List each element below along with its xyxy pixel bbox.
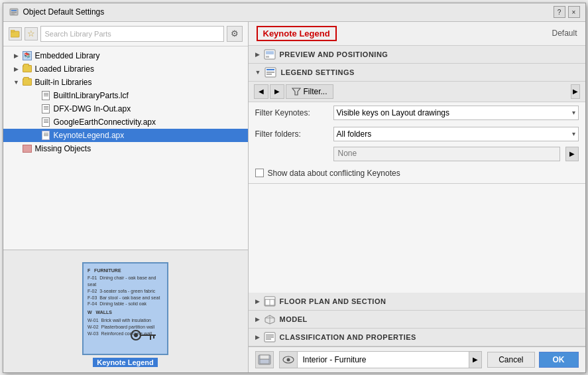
footer-selector: Interior - Furniture ▶	[279, 351, 483, 368]
search-input[interactable]: Search Library Parts	[40, 26, 224, 42]
svg-marker-18	[292, 88, 300, 95]
dfx-dwg-icon	[40, 104, 51, 114]
builtin-parts-icon	[40, 90, 51, 101]
model-section-title: MODEL	[280, 315, 308, 323]
folder-open-icon[interactable]	[9, 27, 22, 40]
no-arrow-1	[31, 92, 39, 100]
model-section-icon	[264, 314, 276, 325]
cancel-button[interactable]: Cancel	[487, 352, 534, 368]
svg-rect-26	[266, 335, 274, 336]
embedded-library-icon: 📚	[22, 50, 32, 61]
tree-item-builtin-parts[interactable]: BuiltInLibraryParts.lcf	[3, 89, 248, 102]
dialog-title: Object Default Settings	[23, 7, 554, 17]
footer-selector-field[interactable]: Interior - Furniture	[298, 351, 469, 368]
dialog: Object Default Settings ? × ☆ Sear	[3, 3, 586, 373]
svg-point-10	[134, 333, 138, 337]
eye-icon-button[interactable]	[279, 351, 298, 368]
close-button[interactable]: ×	[568, 6, 580, 18]
classification-section-icon	[264, 332, 276, 342]
star-icon[interactable]: ☆	[25, 27, 38, 40]
tree-item-loaded[interactable]: ▶ Loaded Libraries	[3, 62, 248, 76]
none-value: None	[338, 149, 357, 158]
svg-rect-17	[266, 74, 272, 75]
legend-section-icon	[265, 67, 276, 78]
svg-rect-27	[266, 337, 274, 338]
section-legend: ▼ LEGEND SETTINGS	[249, 64, 585, 184]
filter-expand-button[interactable]: ▶	[571, 84, 580, 99]
section-classification-header[interactable]: ▶ CLASSIFICATION AND PROPERTIES	[249, 329, 585, 346]
preview-label: Keynote Legend	[93, 358, 158, 367]
tree-container: ▶ 📚 Embedded Library ▶ Loaded Libraries	[3, 46, 248, 250]
model-arrow-icon: ▶	[255, 316, 260, 323]
tree-item-google[interactable]: GoogleEarthConnectivity.apx	[3, 115, 248, 129]
ok-button[interactable]: OK	[539, 352, 579, 368]
filter-right-button[interactable]: ▶	[270, 84, 284, 99]
svg-rect-30	[260, 359, 269, 364]
svg-rect-15	[266, 69, 274, 70]
filter-keynotes-row: Filter Keynotes: Visible keys on Layout …	[249, 102, 585, 123]
preview-arrow-icon: ▶	[255, 51, 260, 58]
filter-keynotes-select[interactable]: Visible keys on Layout drawings ▾	[333, 106, 579, 120]
tree-item-dfx-dwg[interactable]: DFX-DWG In-Out.apx	[3, 102, 248, 115]
checkbox-row: Show data about conflicting Keynotes	[249, 163, 585, 183]
footer-buttons: Cancel OK	[487, 352, 578, 368]
filter-folders-select[interactable]: All folders ▾	[333, 127, 579, 141]
tree-item-builtin[interactable]: ▼ Built-in Libraries	[3, 76, 248, 89]
right-title: Keynote Legend	[257, 26, 337, 41]
classification-section-title: CLASSIFICATION AND PROPERTIES	[280, 333, 416, 341]
dfx-dwg-label: DFX-DWG In-Out.apx	[54, 104, 131, 113]
right-header: Keynote Legend Default	[249, 22, 585, 46]
section-model: ▶ MODEL	[249, 311, 585, 329]
tree-arrow-embedded: ▶	[13, 52, 21, 60]
tree-item-embedded[interactable]: ▶ 📚 Embedded Library	[3, 49, 248, 62]
none-input: None	[333, 147, 560, 161]
svg-rect-2	[11, 12, 17, 13]
no-arrow-4	[31, 131, 39, 139]
section-model-header[interactable]: ▶ MODEL	[249, 311, 585, 328]
filter-keynotes-value: Visible keys on Layout drawings	[337, 108, 450, 117]
tree-arrow-missing	[13, 145, 21, 153]
footer-selector-arrow[interactable]: ▶	[469, 351, 482, 368]
svg-rect-13	[266, 56, 269, 58]
footer-selector-value: Interior - Furniture	[303, 355, 367, 364]
builtin-parts-label: BuiltInLibraryParts.lcf	[54, 91, 129, 100]
svg-rect-28	[266, 338, 271, 340]
right-scroll-area: ▶ PREVIEW AND POSITIONING	[249, 46, 585, 346]
google-label: GoogleEarthConnectivity.apx	[54, 117, 156, 127]
preview-section-title: PREVIEW AND POSITIONING	[280, 50, 388, 58]
section-floor-plan-header[interactable]: ▶ FLOOR PLAN AND SECTION	[249, 293, 585, 310]
keynote-label: KeynoteLegend.apx	[54, 131, 125, 140]
search-placeholder: Search Library Parts	[45, 30, 111, 38]
tree-arrow-loaded: ▶	[13, 65, 21, 73]
search-settings-button[interactable]: ⚙	[227, 26, 243, 42]
filter-folders-arrow-icon: ▾	[572, 130, 575, 137]
svg-rect-12	[266, 51, 274, 54]
preview-area: F FURNITURE F-01 Dining chair - oak base…	[3, 250, 248, 372]
google-icon	[40, 117, 51, 127]
section-preview-header[interactable]: ▶ PREVIEW AND POSITIONING	[249, 46, 585, 63]
no-arrow-3	[31, 118, 39, 126]
section-floor-plan: ▶ FLOOR PLAN AND SECTION	[249, 293, 585, 311]
section-legend-header[interactable]: ▼ LEGEND SETTINGS	[249, 64, 585, 81]
section-preview: ▶ PREVIEW AND POSITIONING	[249, 46, 585, 64]
filter-bar: ◀ ▶ Filter... ▶	[249, 81, 585, 102]
conflicting-keynotes-checkbox[interactable]	[255, 169, 264, 177]
svg-rect-1	[11, 10, 17, 11]
builtin-libraries-label: Built-in Libraries	[35, 78, 92, 87]
none-input-button[interactable]: ▶	[565, 147, 579, 161]
classification-arrow-icon: ▶	[255, 334, 260, 340]
filter-button[interactable]: Filter...	[286, 84, 333, 99]
floor-plan-toggle-button[interactable]	[255, 351, 274, 368]
filter-keynotes-label: Filter Keynotes:	[255, 108, 328, 117]
section-classification: ▶ CLASSIFICATION AND PROPERTIES	[249, 329, 585, 346]
filter-left-button[interactable]: ◀	[254, 84, 268, 99]
missing-label: Missing Objects	[35, 144, 91, 153]
svg-rect-31	[260, 355, 269, 359]
floor-plan-arrow-icon: ▶	[255, 298, 260, 305]
help-button[interactable]: ?	[554, 6, 565, 18]
titlebar: Object Default Settings ? ×	[3, 3, 585, 22]
svg-point-33	[286, 358, 290, 361]
tree-item-missing[interactable]: Missing Objects	[3, 142, 248, 155]
floor-plan-section-icon	[264, 296, 276, 307]
tree-item-keynote[interactable]: KeynoteLegend.apx	[3, 129, 248, 142]
